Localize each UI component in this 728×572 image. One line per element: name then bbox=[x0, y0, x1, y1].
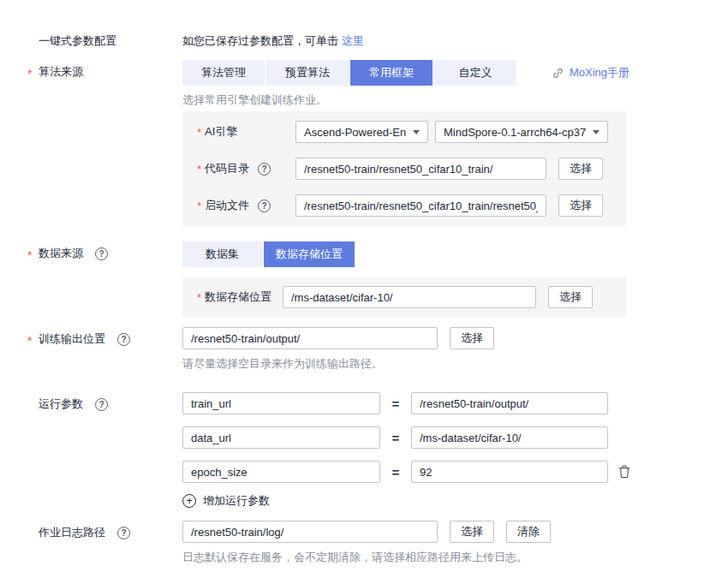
param-name-input[interactable] bbox=[182, 426, 380, 449]
data-storage-label: 数据存储位置 bbox=[205, 289, 272, 305]
data-source-content: 数据集 数据存储位置 数据存储位置 选择 bbox=[182, 241, 702, 317]
quick-config-label: 一键式参数配置 bbox=[39, 33, 116, 49]
param-value-input[interactable] bbox=[411, 461, 608, 483]
code-dir-input[interactable] bbox=[295, 158, 546, 180]
ai-engine-select[interactable]: Ascend-Powered-Engine bbox=[295, 121, 428, 143]
boot-file-select-button[interactable]: 选择 bbox=[558, 194, 603, 217]
quick-config-row: 一键式参数配置 如您已保存过参数配置，可单击 这里 bbox=[26, 29, 702, 49]
data-storage-select-button[interactable]: 选择 bbox=[548, 286, 593, 308]
data-storage-row: 数据存储位置 选择 bbox=[197, 286, 626, 308]
tab-dataset[interactable]: 数据集 bbox=[182, 241, 262, 267]
train-output-input[interactable] bbox=[182, 327, 438, 349]
job-log-clear-button[interactable]: 清除 bbox=[506, 521, 551, 543]
boot-file-label-col: 启动文件 bbox=[197, 198, 295, 213]
quick-config-content: 如您已保存过参数配置，可单击 这里 bbox=[182, 29, 702, 49]
param-value-input[interactable] bbox=[411, 426, 608, 449]
algo-source-hint: 选择常用引擎创建训练作业。 bbox=[182, 92, 702, 108]
tab-algo-management[interactable]: 算法管理 bbox=[182, 60, 265, 86]
code-dir-label-col: 代码目录 bbox=[197, 161, 295, 176]
algo-source-row: 算法来源 算法管理 预置算法 常用框架 自定义 bbox=[26, 60, 702, 226]
data-source-tabs: 数据集 数据存储位置 bbox=[182, 241, 702, 267]
ai-engine-value: Ascend-Powered-Engine bbox=[304, 126, 406, 139]
chevron-down-icon bbox=[593, 130, 600, 134]
help-icon[interactable] bbox=[95, 247, 108, 260]
engine-version-value: MindSpore-0.1-arrch64-cp37 bbox=[444, 126, 586, 139]
param-name-input[interactable] bbox=[182, 392, 380, 414]
train-output-select-button[interactable]: 选择 bbox=[450, 327, 494, 349]
algo-source-label-col: 算法来源 bbox=[26, 60, 182, 80]
create-training-job-form: 一键式参数配置 如您已保存过参数配置，可单击 这里 算法来源 算法管理 预置算法… bbox=[0, 0, 728, 572]
required-asterisk bbox=[27, 67, 32, 80]
quick-config-label-col: 一键式参数配置 bbox=[26, 29, 182, 49]
help-icon[interactable] bbox=[258, 163, 271, 176]
ai-engine-label-col: AI引擎 bbox=[197, 124, 295, 140]
tab-data-storage-location[interactable]: 数据存储位置 bbox=[264, 241, 355, 267]
run-params-label-col: 运行参数 bbox=[26, 392, 182, 412]
add-run-param-button[interactable]: 增加运行参数 bbox=[182, 493, 270, 509]
train-output-label-col: 训练输出位置 bbox=[26, 327, 182, 347]
moxing-doc-link-text: MoXing手册 bbox=[570, 65, 630, 80]
chevron-down-icon bbox=[413, 130, 420, 134]
ai-engine-row: AI引擎 Ascend-Powered-Engine MindSpore-0.1… bbox=[197, 121, 626, 143]
help-icon[interactable] bbox=[117, 527, 130, 539]
algo-source-tabs: 算法管理 预置算法 常用框架 自定义 bbox=[182, 60, 516, 86]
code-dir-label: 代码目录 bbox=[205, 161, 249, 176]
help-icon[interactable] bbox=[258, 200, 271, 212]
train-output-label: 训练输出位置 bbox=[39, 331, 105, 347]
train-output-hint: 请尽量选择空目录来作为训练输出路径。 bbox=[182, 356, 702, 372]
add-run-param-label: 增加运行参数 bbox=[203, 493, 270, 509]
train-output-line: 选择 bbox=[182, 327, 702, 349]
run-params-content: = = = bbox=[182, 392, 702, 509]
data-source-label: 数据来源 bbox=[39, 246, 83, 261]
required-asterisk bbox=[197, 200, 201, 212]
job-log-input[interactable] bbox=[182, 521, 438, 543]
tab-common-framework[interactable]: 常用框架 bbox=[350, 60, 433, 86]
algo-source-tabs-line: 算法管理 预置算法 常用框架 自定义 MoXing手册 bbox=[182, 60, 702, 86]
boot-file-input[interactable] bbox=[295, 194, 546, 217]
quick-config-text: 如您已保存过参数配置，可单击 bbox=[182, 34, 338, 47]
quick-config-here-link[interactable]: 这里 bbox=[342, 34, 364, 47]
help-icon[interactable] bbox=[95, 398, 108, 411]
data-storage-input[interactable] bbox=[283, 286, 536, 308]
train-output-content: 选择 请尽量选择空目录来作为训练输出路径。 bbox=[182, 327, 702, 372]
job-log-label: 作业日志路径 bbox=[39, 525, 105, 540]
equals-sign: = bbox=[391, 465, 401, 480]
job-log-line: 选择 清除 bbox=[182, 521, 702, 543]
job-log-row: 作业日志路径 选择 清除 日志默认保存在服务，会不定期清除，请选择相应路径用来上… bbox=[26, 521, 702, 565]
common-framework-panel: AI引擎 Ascend-Powered-Engine MindSpore-0.1… bbox=[182, 111, 626, 226]
param-name-input[interactable] bbox=[182, 461, 380, 483]
train-output-row: 训练输出位置 选择 请尽量选择空目录来作为训练输出路径。 bbox=[26, 327, 702, 372]
run-params-label: 运行参数 bbox=[39, 396, 83, 412]
job-log-select-button[interactable]: 选择 bbox=[450, 521, 494, 543]
moxing-doc-link[interactable]: MoXing手册 bbox=[552, 65, 630, 80]
job-log-label-col: 作业日志路径 bbox=[26, 521, 182, 540]
job-log-hint: 日志默认保存在服务，会不定期清除，请选择相应路径用来上传日志。 bbox=[182, 550, 702, 565]
run-params-row: 运行参数 = = = bbox=[26, 392, 702, 509]
plus-icon bbox=[182, 494, 196, 508]
data-storage-label-col: 数据存储位置 bbox=[197, 289, 283, 305]
algo-source-content: 算法管理 预置算法 常用框架 自定义 MoXing手册 bbox=[182, 60, 702, 226]
param-row: = bbox=[182, 392, 702, 414]
equals-sign: = bbox=[391, 396, 401, 411]
required-asterisk bbox=[27, 334, 32, 348]
code-dir-row: 代码目录 选择 bbox=[197, 158, 626, 180]
boot-file-label: 启动文件 bbox=[205, 198, 249, 213]
job-log-content: 选择 清除 日志默认保存在服务，会不定期清除，请选择相应路径用来上传日志。 bbox=[182, 521, 702, 565]
algo-source-label: 算法来源 bbox=[39, 64, 83, 80]
boot-file-row: 启动文件 选择 bbox=[197, 194, 626, 217]
engine-version-select[interactable]: MindSpore-0.1-arrch64-cp37 bbox=[435, 121, 608, 143]
required-asterisk bbox=[197, 126, 201, 139]
required-asterisk bbox=[197, 163, 201, 176]
delete-param-button[interactable] bbox=[618, 465, 630, 479]
data-source-row: 数据来源 数据集 数据存储位置 数据存储位置 选择 bbox=[26, 241, 702, 317]
link-icon bbox=[552, 68, 564, 79]
code-dir-select-button[interactable]: 选择 bbox=[558, 158, 603, 180]
tab-preset-algo[interactable]: 预置算法 bbox=[266, 60, 349, 86]
help-icon[interactable] bbox=[117, 333, 130, 346]
data-source-label-col: 数据来源 bbox=[26, 241, 182, 261]
tab-custom[interactable]: 自定义 bbox=[434, 60, 516, 86]
param-row: = bbox=[182, 426, 702, 449]
param-row: = bbox=[182, 461, 702, 483]
param-value-input[interactable] bbox=[411, 392, 608, 414]
required-asterisk bbox=[197, 291, 201, 304]
